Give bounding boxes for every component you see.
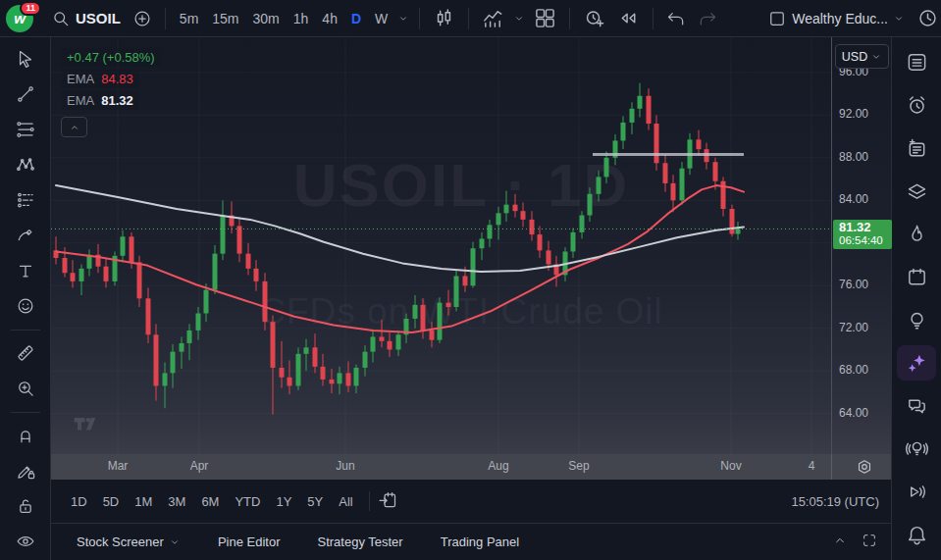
indicator-templates-button[interactable]: [510, 3, 528, 34]
sidebar-alerts-button[interactable]: [897, 88, 936, 124]
candlestick-style-icon: [433, 7, 455, 29]
sidebar-object-tree-button[interactable]: [897, 174, 936, 209]
range-3m[interactable]: 3M: [160, 489, 193, 514]
chart-style-button[interactable]: [427, 3, 461, 34]
chevron-down-icon: [893, 13, 905, 25]
tool-zoom-in[interactable]: [7, 372, 44, 405]
timeframe-30m[interactable]: 30m: [246, 3, 287, 34]
undo-button[interactable]: [660, 3, 692, 34]
timeframe-4h[interactable]: 4h: [315, 3, 344, 34]
timeframe-5m[interactable]: 5m: [173, 3, 205, 34]
collapse-panel-button[interactable]: [832, 533, 848, 551]
brush-icon: [16, 226, 35, 245]
fullscreen-button[interactable]: [862, 533, 877, 551]
symbol-search-button[interactable]: USOIL: [45, 3, 127, 34]
redo-button[interactable]: [692, 3, 723, 34]
range-ytd[interactable]: YTD: [227, 489, 268, 514]
timeframe-15m[interactable]: 15m: [205, 3, 245, 34]
ema-fast-legend-row[interactable]: EMA84.83: [61, 70, 139, 88]
time-axis[interactable]: MarAprJunAugSepNov4: [51, 454, 891, 480]
statusbar-stock-screener[interactable]: Stock Screener: [65, 529, 192, 555]
candle-body: [288, 378, 292, 386]
go-to-date-icon: [378, 490, 397, 510]
tool-lock-all[interactable]: [7, 489, 44, 523]
statusbar-trading-panel[interactable]: Trading Panel: [429, 529, 531, 555]
lock-all-icon: [16, 496, 35, 516]
timeframe-D[interactable]: D: [344, 3, 368, 34]
tool-forecast[interactable]: [7, 183, 44, 217]
date-range-toolbar: 1D5D1M3M6MYTD1Y5YAll 15:05:19 (UTC): [51, 480, 891, 523]
tool-cursor[interactable]: [7, 42, 44, 76]
chevron-down-icon: [513, 13, 525, 25]
sidebar-calendar-button[interactable]: [897, 260, 936, 295]
price-tick-label: 76.00: [839, 278, 868, 291]
range-1m[interactable]: 1M: [127, 489, 160, 514]
go-to-date-button[interactable]: [378, 490, 397, 513]
sidebar-news-button[interactable]: [897, 131, 936, 167]
timeframe-dropdown-button[interactable]: [394, 3, 412, 34]
timezone-clock-button[interactable]: 15:05:19 (UTC): [791, 494, 879, 509]
range-6m[interactable]: 6M: [193, 489, 227, 514]
candle-body: [421, 305, 426, 331]
candle-body: [254, 269, 259, 281]
tool-ruler[interactable]: [7, 336, 44, 370]
layout-select-button[interactable]: Wealthy Educ...: [761, 3, 911, 34]
sidebar-watchlist-button[interactable]: [897, 45, 936, 80]
price-tick-label: 88.00: [839, 150, 868, 164]
currency-select-button[interactable]: USD: [835, 44, 889, 69]
time-tick-label: Mar: [108, 459, 129, 473]
top-toolbar: w 11 USOIL 5m15m30m1h4hDW: [0, 0, 941, 37]
timeframe-1h[interactable]: 1h: [287, 3, 316, 34]
account-logo[interactable]: w 11: [6, 4, 39, 33]
price-chart[interactable]: USOIL · 1DCFDs on WTI Crude Oil: [51, 37, 831, 454]
indicators-icon: [482, 7, 504, 29]
tool-trend-line[interactable]: [7, 77, 44, 111]
bar-countdown: 06:54:40: [839, 234, 892, 247]
tool-text[interactable]: [7, 254, 44, 287]
chart-pane[interactable]: USOIL · 1DCFDs on WTI Crude Oil +0.47 (+…: [51, 37, 831, 454]
tool-brush[interactable]: [7, 219, 44, 252]
statusbar-strategy-tester[interactable]: Strategy Tester: [305, 529, 414, 555]
range-1d[interactable]: 1D: [63, 489, 95, 514]
price-axis[interactable]: 96.0092.0088.0084.0080.0076.0072.0068.00…: [831, 37, 891, 454]
sidebar-ai-assistant-button[interactable]: [897, 345, 936, 381]
compare-add-symbol-button[interactable]: [127, 3, 158, 34]
candle-body: [580, 216, 585, 232]
tool-emoji[interactable]: [7, 289, 44, 323]
grid-layout-button[interactable]: [528, 3, 562, 34]
range-5d[interactable]: 5D: [95, 489, 128, 514]
tool-magnet[interactable]: [7, 419, 44, 452]
candle-body: [237, 226, 242, 253]
undo-icon: [666, 9, 686, 28]
range-5y[interactable]: 5Y: [299, 489, 331, 514]
tool-hide-all[interactable]: [7, 525, 44, 558]
tool-xabcd-pattern[interactable]: [7, 148, 44, 181]
candle-body: [413, 305, 418, 319]
sidebar-ideas-button[interactable]: [897, 303, 936, 338]
sidebar-chat-button[interactable]: [897, 388, 936, 424]
sidebar-notifications-button[interactable]: [897, 517, 936, 552]
indicators-button[interactable]: [476, 3, 510, 34]
candle-body: [463, 276, 468, 285]
candle-body: [296, 354, 301, 386]
legend-collapse-button[interactable]: [61, 117, 87, 137]
quick-clock-button[interactable]: [911, 3, 941, 34]
statusbar-pine-editor[interactable]: Pine Editor: [206, 529, 292, 555]
range-all[interactable]: All: [331, 489, 360, 514]
status-bar-right-group: [832, 533, 877, 551]
tool-fib-retracement[interactable]: [7, 113, 44, 146]
tool-drawing-mode[interactable]: [7, 454, 44, 487]
tradingview-logo-watermark[interactable]: [67, 411, 104, 436]
ema-slow-legend-row[interactable]: EMA81.32: [61, 91, 139, 110]
time-tick-label: Apr: [190, 459, 209, 473]
sidebar-streams-button[interactable]: [897, 475, 936, 510]
range-1y[interactable]: 1Y: [268, 489, 299, 514]
create-alert-button[interactable]: [577, 3, 611, 34]
timeframe-W[interactable]: W: [368, 3, 394, 34]
sidebar-live-ideas-button[interactable]: [897, 432, 936, 467]
sidebar-hotlists-button[interactable]: [897, 217, 936, 252]
bar-replay-button[interactable]: [611, 3, 646, 34]
chart-settings-gear-icon[interactable]: [856, 458, 873, 476]
news-icon: [906, 137, 928, 160]
candle-body: [697, 139, 702, 149]
